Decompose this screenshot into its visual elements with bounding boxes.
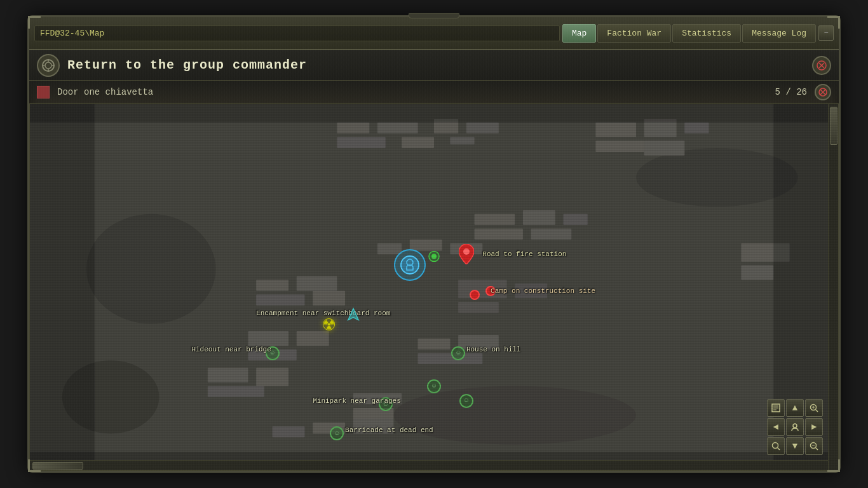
svg-line-74	[816, 410, 818, 412]
enemy-marker-1[interactable]	[470, 290, 480, 300]
green-marker[interactable]	[428, 250, 440, 265]
label-encampment: Encampment near switchboard room	[256, 309, 332, 317]
svg-point-77	[793, 424, 797, 428]
label-hideout-bridge: Hideout near bridge	[191, 346, 271, 353]
scroll-down-button[interactable]: ▼	[786, 437, 804, 455]
destination-marker[interactable]	[459, 244, 474, 264]
quest-bar: Return to the group commander	[29, 50, 839, 81]
nuclear-marker[interactable]: ☢	[323, 311, 335, 337]
svg-point-66	[463, 248, 470, 255]
quest-icon	[37, 54, 60, 77]
svg-line-79	[778, 448, 780, 451]
path-label: FFD@32-45\Map	[34, 25, 560, 41]
vertical-scrollbar[interactable]	[828, 104, 838, 470]
tab-faction-war[interactable]: Faction War	[597, 24, 671, 43]
quest-close-button[interactable]	[812, 56, 831, 75]
objective-icon	[37, 86, 50, 98]
label-camp-construction: Camp on construction site	[491, 287, 595, 295]
zoom-out-button[interactable]	[805, 437, 823, 455]
tab-message-log[interactable]: Message Log	[742, 24, 816, 43]
svg-point-78	[773, 443, 778, 449]
objective-text: Door one chiavetta	[57, 87, 768, 97]
search-button[interactable]	[767, 437, 785, 455]
map-overlay: Road to fire station ☢ Encampment near s…	[30, 104, 838, 470]
map-container[interactable]: Road to fire station ☢ Encampment near s…	[29, 104, 839, 471]
player-marker[interactable]	[394, 249, 426, 281]
nav-tabs: Map Faction War Statistics Message Log	[562, 24, 816, 43]
tasks-button[interactable]	[767, 399, 785, 417]
map-controls: ▲ ◄ ►	[767, 399, 823, 455]
label-road-fire-station: Road to fire station	[482, 250, 566, 258]
objective-count: 5 / 26	[775, 87, 807, 97]
faction-marker-5[interactable]: ☺	[459, 394, 473, 408]
objective-bar: Door one chiavetta 5 / 26	[29, 81, 839, 104]
objective-close-button[interactable]	[815, 84, 831, 100]
quest-title: Return to the group commander	[67, 58, 804, 72]
svg-line-81	[816, 448, 818, 451]
faction-marker-1[interactable]: ☺	[266, 346, 280, 360]
scrollbar-thumb-vertical[interactable]	[830, 107, 837, 145]
scroll-right-button[interactable]: ►	[805, 418, 823, 436]
faction-marker-4[interactable]: ☺	[427, 379, 441, 393]
top-bar: FFD@32-45\Map Map Faction War Statistics…	[29, 17, 839, 50]
faction-marker-3[interactable]: ☺	[379, 397, 393, 411]
faction-marker-6[interactable]: ☺	[330, 426, 344, 440]
faction-marker-2[interactable]: ☺	[451, 346, 465, 360]
player-center-button[interactable]	[786, 418, 804, 436]
camp-marker[interactable]	[346, 308, 361, 326]
horizontal-scrollbar[interactable]	[30, 460, 828, 470]
enemy-marker-2[interactable]	[485, 286, 496, 296]
tab-statistics[interactable]: Statistics	[672, 24, 741, 43]
zoom-in-button[interactable]	[805, 399, 823, 417]
svg-point-1	[45, 62, 51, 69]
svg-point-68	[431, 254, 437, 259]
label-house-hill: House on hill	[466, 346, 521, 353]
scroll-up-button[interactable]: ▲	[786, 399, 804, 417]
tab-map[interactable]: Map	[562, 24, 596, 43]
scroll-left-button[interactable]: ◄	[767, 418, 785, 436]
game-window: FFD@32-45\Map Map Faction War Statistics…	[27, 15, 841, 473]
label-barricade: Barricade at dead end	[345, 426, 433, 434]
